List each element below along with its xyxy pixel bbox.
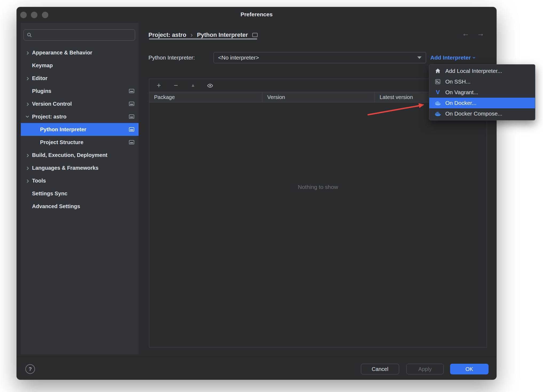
sidebar-item-label: Python Interpreter (40, 126, 86, 133)
sidebar-item-settings-sync[interactable]: Settings Sync (21, 187, 139, 200)
sidebar-item-label: Tools (32, 178, 46, 184)
chevron-right-icon (24, 72, 32, 85)
sidebar-item-project-structure[interactable]: Project Structure (21, 136, 139, 149)
desktop: { "window": { "title": "Preferences" }, … (0, 0, 543, 392)
settings-tree: Appearance & Behavior Keymap Editor Plug… (21, 46, 139, 213)
sidebar-item-label: Languages & Frameworks (32, 165, 99, 171)
menu-item-on-vagrant[interactable]: V On Vagrant... (429, 87, 535, 98)
apply-button[interactable]: Apply (406, 364, 444, 374)
forward-icon[interactable]: → (477, 29, 484, 38)
ok-button[interactable]: OK (450, 364, 489, 374)
docker-icon (434, 99, 442, 107)
empty-table-message: Nothing to show (149, 184, 487, 190)
monitor-icon (129, 140, 134, 144)
sidebar-item-tools[interactable]: Tools (21, 174, 139, 187)
menu-item-label: Add Local Interpreter... (445, 68, 502, 74)
breadcrumb-page[interactable]: Python Interpreter (197, 31, 248, 38)
sidebar-item-build-execution-deployment[interactable]: Build, Execution, Deployment (21, 149, 139, 161)
help-button[interactable]: ? (25, 364, 35, 374)
menu-item-on-ssh[interactable]: On SSH... (429, 76, 535, 87)
history-nav: ← → (462, 29, 484, 38)
chevron-right-icon (24, 149, 32, 161)
chevron-right-icon (24, 97, 32, 110)
upgrade-package-icon[interactable]: ▲ (189, 83, 197, 88)
cancel-button[interactable]: Cancel (361, 364, 399, 374)
chevron-right-icon (24, 174, 32, 187)
settings-sidebar: Appearance & Behavior Keymap Editor Plug… (21, 23, 139, 354)
sidebar-item-label: Editor (32, 75, 48, 81)
titlebar: Preferences (17, 7, 497, 22)
sidebar-item-version-control[interactable]: Version Control (21, 97, 139, 110)
sidebar-item-plugins[interactable]: Plugins (21, 85, 139, 97)
settings-search (23, 29, 135, 41)
add-package-icon[interactable]: + (155, 81, 163, 90)
sidebar-item-label: Version Control (32, 101, 72, 107)
sidebar-item-label: Build, Execution, Deployment (32, 152, 107, 158)
vagrant-icon: V (434, 89, 442, 96)
sidebar-item-python-interpreter[interactable]: Python Interpreter (21, 123, 139, 136)
add-interpreter-menu: Add Local Interpreter... On SSH... V On … (429, 64, 535, 120)
monitor-icon (129, 114, 134, 119)
home-icon (434, 67, 442, 75)
interpreter-selected-value: <No interpreter> (218, 54, 259, 61)
settings-search-input[interactable] (35, 30, 133, 40)
monitor-icon (129, 89, 134, 93)
sidebar-item-editor[interactable]: Editor (21, 72, 139, 85)
remove-package-icon[interactable]: − (172, 81, 180, 90)
menu-item-add-local-interpreter[interactable]: Add Local Interpreter... (429, 66, 535, 76)
sidebar-item-label: Advanced Settings (32, 203, 80, 209)
menu-item-label: On Vagrant... (445, 89, 478, 96)
sidebar-item-label: Project: astro (32, 114, 66, 120)
monitor-icon (129, 127, 134, 132)
breadcrumb-project[interactable]: Project: astro (148, 31, 186, 38)
chevron-right-icon (24, 46, 32, 59)
chevron-down-icon (21, 113, 34, 120)
sidebar-item-project-astro[interactable]: Project: astro (21, 110, 139, 123)
search-icon (26, 32, 32, 38)
monitor-icon (252, 33, 258, 37)
eye-icon[interactable] (206, 81, 214, 90)
breadcrumb-separator-icon: › (191, 31, 193, 39)
chevron-down-icon (470, 57, 477, 58)
preferences-dialog: Preferences Appearance & Behavior Keymap… (17, 7, 497, 380)
sidebar-item-label: Keymap (32, 62, 53, 69)
sidebar-item-advanced-settings[interactable]: Advanced Settings (21, 200, 139, 213)
interpreter-select[interactable]: <No interpreter> (214, 52, 426, 63)
docker-icon (434, 110, 442, 117)
sidebar-item-label: Settings Sync (32, 191, 67, 197)
sidebar-item-label: Appearance & Behavior (32, 50, 92, 56)
chevron-right-icon (24, 161, 32, 174)
menu-item-label: On SSH... (445, 78, 471, 85)
terminal-icon (434, 78, 442, 85)
menu-item-label: On Docker... (445, 100, 477, 106)
sidebar-item-label: Plugins (32, 88, 51, 94)
monitor-icon (129, 102, 134, 106)
column-header-version[interactable]: Version (262, 92, 375, 102)
breadcrumb: Project: astro › Python Interpreter (148, 30, 258, 40)
window-title: Preferences (17, 11, 497, 18)
interpreter-label: Python Interpreter: (148, 52, 195, 63)
add-interpreter-label: Add Interpreter (430, 54, 471, 61)
menu-item-on-docker[interactable]: On Docker... (429, 98, 535, 108)
sidebar-item-keymap[interactable]: Keymap (21, 59, 139, 72)
menu-item-label: On Docker Compose... (445, 110, 502, 117)
menu-item-on-docker-compose[interactable]: On Docker Compose... (429, 108, 535, 119)
add-interpreter-button[interactable]: Add Interpreter (430, 52, 475, 63)
sidebar-item-languages-frameworks[interactable]: Languages & Frameworks (21, 161, 139, 174)
sidebar-item-label: Project Structure (40, 139, 83, 145)
column-header-package[interactable]: Package (149, 92, 262, 102)
back-icon[interactable]: ← (462, 29, 469, 38)
sidebar-item-appearance-behavior[interactable]: Appearance & Behavior (21, 46, 139, 59)
dialog-footer: ? Cancel Apply OK (17, 357, 497, 380)
